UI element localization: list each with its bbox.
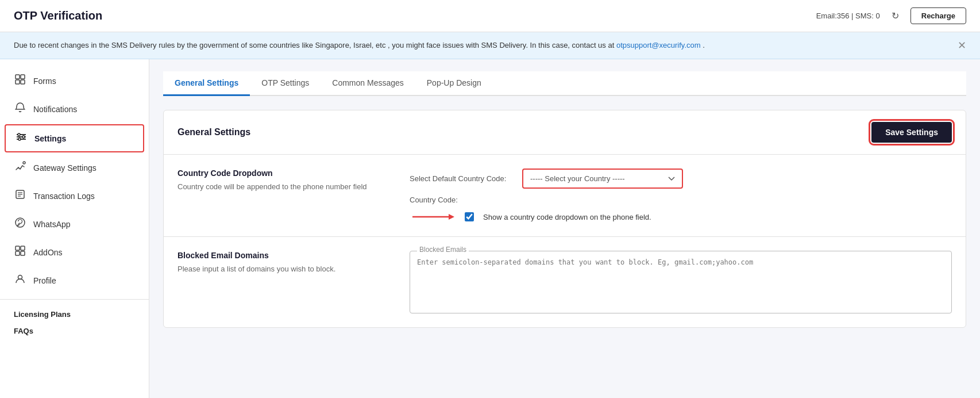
content-card: General Settings Save Settings Country C… (163, 110, 966, 328)
svg-point-8 (22, 136, 25, 138)
blocked-emails-wrapper: Blocked Emails (410, 251, 952, 313)
recharge-button[interactable]: Recharge (910, 7, 966, 24)
sidebar-label-settings: Settings (34, 134, 66, 143)
country-code-field-label: Country Code: (410, 196, 952, 204)
blocked-emails-label: Blocked Email Domains (178, 251, 396, 260)
sidebar-label-transaction: Transaction Logs (33, 192, 95, 201)
forms-icon (14, 74, 26, 88)
show-country-checkbox[interactable] (465, 212, 474, 221)
app-title: OTP Verification (14, 9, 102, 22)
card-title: General Settings (178, 127, 250, 137)
svg-rect-16 (16, 246, 20, 250)
country-code-row: Country Code Dropdown Country code will … (178, 169, 952, 223)
sidebar-label-gateway: Gateway Settings (33, 163, 97, 173)
blocked-emails-desc: Please input a list of domains you wish … (178, 263, 396, 275)
sidebar-item-settings[interactable]: Settings (5, 124, 144, 152)
svg-rect-0 (16, 75, 20, 79)
settings-icon (15, 131, 28, 146)
sidebar-label-forms: Forms (33, 76, 56, 86)
sidebar-label-profile: Profile (33, 276, 56, 285)
alert-text: Due to recent changes in the SMS Deliver… (14, 40, 705, 51)
save-settings-button[interactable]: Save Settings (871, 122, 952, 143)
blocked-emails-legend: Blocked Emails (417, 246, 469, 254)
sidebar-item-whatsapp[interactable]: WhatsApp (0, 210, 149, 238)
header-right: Email:356 | SMS: 0 ↻ Recharge (816, 7, 966, 24)
sidebar-label-notifications: Notifications (33, 105, 77, 114)
country-code-label: Country Code Dropdown (178, 169, 396, 178)
sidebar-section-faqs[interactable]: FAQs (0, 321, 149, 338)
section-country-code: Country Code Dropdown Country code will … (164, 155, 966, 237)
svg-rect-3 (21, 80, 25, 84)
svg-point-7 (18, 133, 20, 136)
main-content: General Settings OTP Settings Common Mes… (149, 58, 980, 398)
tab-popup-design[interactable]: Pop-Up Design (415, 71, 493, 96)
sidebar-item-forms[interactable]: Forms (0, 67, 149, 95)
sidebar-divider-1 (0, 299, 149, 300)
notifications-icon (14, 102, 26, 116)
sidebar: Forms Notifications (0, 58, 149, 398)
whatsapp-icon (14, 217, 26, 231)
sidebar-label-whatsapp: WhatsApp (33, 220, 71, 229)
red-arrow-icon (410, 211, 456, 223)
tab-otp-settings[interactable]: OTP Settings (250, 71, 321, 96)
tab-common-messages[interactable]: Common Messages (321, 71, 415, 96)
country-code-desc: Country code will be appended to the pho… (178, 181, 396, 193)
svg-rect-19 (21, 251, 25, 255)
tab-general-settings[interactable]: General Settings (163, 71, 250, 96)
checkbox-label: Show a country code dropdown on the phon… (483, 213, 651, 221)
svg-point-9 (18, 138, 21, 140)
svg-rect-17 (21, 246, 25, 250)
country-code-left: Country Code Dropdown Country code will … (178, 169, 396, 193)
transaction-icon (14, 189, 26, 203)
blocked-emails-row: Blocked Email Domains Please input a lis… (178, 251, 952, 313)
tabs-bar: General Settings OTP Settings Common Mes… (163, 71, 966, 96)
sidebar-item-transaction-logs[interactable]: Transaction Logs (0, 182, 149, 210)
svg-point-10 (23, 162, 25, 164)
section-blocked-emails: Blocked Email Domains Please input a lis… (164, 237, 966, 327)
addons-icon (14, 245, 26, 259)
sidebar-section-licensing[interactable]: Licensing Plans (0, 304, 149, 321)
svg-rect-2 (16, 80, 20, 84)
refresh-button[interactable]: ↻ (889, 8, 901, 24)
select-country-label: Select Default Country Code: (410, 174, 513, 183)
sidebar-label-addons: AddOns (33, 248, 63, 257)
blocked-emails-textarea[interactable] (417, 258, 944, 304)
card-header: General Settings Save Settings (164, 110, 966, 155)
profile-icon (14, 273, 26, 288)
top-header: OTP Verification Email:356 | SMS: 0 ↻ Re… (0, 0, 980, 32)
sidebar-item-gateway-settings[interactable]: Gateway Settings (0, 154, 149, 182)
sidebar-item-profile[interactable]: Profile (0, 266, 149, 294)
gateway-icon (14, 160, 26, 175)
country-select[interactable]: ----- Select your Country ----- (522, 169, 683, 189)
layout: Forms Notifications (0, 58, 980, 398)
checkbox-row: Show a country code dropdown on the phon… (410, 211, 952, 223)
alert-banner: Due to recent changes in the SMS Deliver… (0, 32, 980, 59)
svg-marker-22 (449, 214, 454, 220)
header-credits: Email:356 | SMS: 0 (816, 12, 880, 20)
svg-rect-18 (16, 251, 20, 255)
blocked-emails-right: Blocked Emails (410, 251, 952, 313)
blocked-emails-left: Blocked Email Domains Please input a lis… (178, 251, 396, 275)
country-code-right: Select Default Country Code: ----- Selec… (410, 169, 952, 223)
svg-rect-1 (21, 75, 25, 79)
select-country-row: Select Default Country Code: ----- Selec… (410, 169, 952, 189)
alert-email-link[interactable]: otpsupport@xecurify.com (616, 41, 701, 49)
alert-close-button[interactable]: ✕ (958, 39, 966, 52)
sidebar-item-addons[interactable]: AddOns (0, 238, 149, 266)
sidebar-item-notifications[interactable]: Notifications (0, 95, 149, 123)
